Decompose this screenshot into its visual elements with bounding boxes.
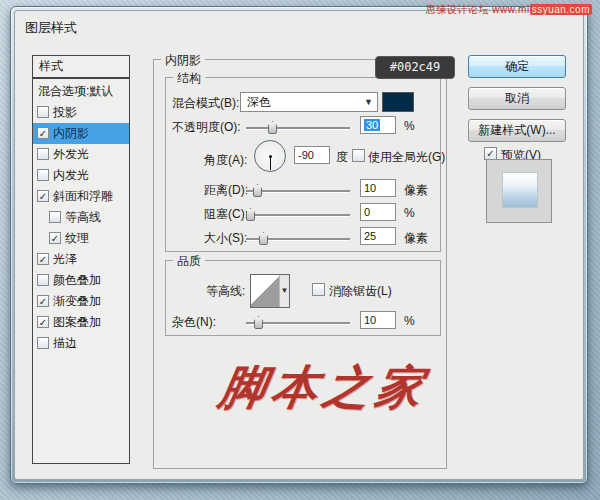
site-watermark-url-highlight: ssyuan.com	[530, 4, 592, 15]
size-slider[interactable]	[246, 238, 350, 241]
quality-group-title: 品质	[173, 253, 205, 270]
distance-slider-thumb[interactable]	[253, 184, 262, 197]
sidebar-item-7[interactable]: ✓纹理	[33, 228, 129, 249]
size-unit: 像素	[404, 230, 428, 247]
chevron-down-icon: ▼	[279, 275, 289, 307]
sidebar-item-3[interactable]: 外发光	[33, 144, 129, 165]
sidebar-item-label: 纹理	[65, 231, 89, 245]
choke-label: 阻塞(C):	[204, 206, 248, 223]
styles-header: 样式	[32, 55, 130, 78]
site-watermark-name: 思缘设计论坛	[426, 4, 489, 15]
effect-checkbox[interactable]	[37, 337, 49, 349]
sidebar-item-5[interactable]: ✓斜面和浮雕	[33, 186, 129, 207]
opacity-slider[interactable]	[246, 127, 350, 130]
effect-checkbox[interactable]	[37, 169, 49, 181]
distance-value: 10	[364, 182, 376, 194]
sidebar-item-label: 渐变叠加	[53, 294, 101, 308]
choke-unit: %	[404, 206, 415, 220]
effect-checkbox[interactable]	[37, 106, 49, 118]
color-value-tooltip: #002c49	[375, 56, 455, 79]
opacity-value: 30	[364, 119, 380, 131]
chevron-down-icon: ▼	[364, 93, 373, 111]
site-watermark: 思缘设计论坛 www.missyuan.com	[426, 3, 592, 17]
sidebar-item-label: 投影	[53, 105, 77, 119]
shadow-color-swatch[interactable]	[382, 92, 414, 112]
global-light-label: 使用全局光(G)	[368, 149, 445, 166]
distance-slider[interactable]	[246, 190, 350, 193]
choke-slider[interactable]	[246, 214, 350, 217]
cancel-button[interactable]: 取消	[468, 87, 566, 110]
effect-checkbox[interactable]: ✓	[37, 295, 49, 307]
sidebar-item-label: 光泽	[53, 252, 77, 266]
distance-field[interactable]: 10	[360, 179, 396, 197]
sidebar-item-label: 描边	[53, 336, 77, 350]
sidebar-item-1[interactable]: 投影	[33, 102, 129, 123]
desktop: 思缘设计论坛 www.missyuan.com 图层样式 样式 混合选项:默认投…	[0, 0, 600, 500]
effect-checkbox[interactable]: ✓	[37, 253, 49, 265]
dialog-content: 图层样式 样式 混合选项:默认投影✓内阴影外发光内发光✓斜面和浮雕等高线✓纹理✓…	[14, 10, 584, 480]
noise-value: 10	[364, 314, 376, 326]
global-light-checkbox[interactable]	[352, 149, 365, 162]
script-home-watermark: 脚本之家	[215, 357, 434, 419]
site-watermark-url: www.mi	[492, 4, 529, 15]
sidebar-item-12[interactable]: 描边	[33, 333, 129, 354]
sidebar-item-2[interactable]: ✓内阴影	[33, 123, 129, 144]
angle-value: -90	[298, 149, 314, 161]
sidebar-item-label: 外发光	[53, 147, 89, 161]
size-field[interactable]: 25	[360, 227, 396, 245]
effect-checkbox[interactable]	[37, 148, 49, 160]
effect-checkbox[interactable]: ✓	[37, 190, 49, 202]
distance-label: 距离(D):	[204, 182, 248, 199]
inner-shadow-panel-title: 内阴影	[161, 52, 205, 69]
opacity-slider-thumb[interactable]	[268, 121, 277, 134]
style-preview-thumbnail	[502, 172, 538, 208]
antialias-label: 消除锯齿(L)	[329, 283, 392, 300]
blend-mode-label: 混合模式(B):	[172, 95, 239, 112]
sidebar-item-10[interactable]: ✓渐变叠加	[33, 291, 129, 312]
dialog-title: 图层样式	[25, 19, 77, 37]
angle-dial[interactable]	[254, 140, 286, 172]
sidebar-item-label: 斜面和浮雕	[53, 189, 113, 203]
blend-mode-value: 深色	[247, 95, 271, 109]
angle-unit: 度	[336, 149, 348, 166]
contour-label: 等高线:	[206, 283, 245, 300]
sidebar-item-6[interactable]: 等高线	[33, 207, 129, 228]
layer-style-dialog: 图层样式 样式 混合选项:默认投影✓内阴影外发光内发光✓斜面和浮雕等高线✓纹理✓…	[10, 6, 588, 484]
blend-mode-dropdown[interactable]: 深色 ▼	[240, 92, 378, 112]
angle-field[interactable]: -90	[294, 146, 330, 164]
noise-field[interactable]: 10	[360, 311, 396, 329]
sidebar-item-4[interactable]: 内发光	[33, 165, 129, 186]
opacity-field[interactable]: 30	[360, 116, 396, 134]
angle-label: 角度(A):	[204, 152, 247, 169]
choke-field[interactable]: 0	[360, 203, 396, 221]
noise-label: 杂色(N):	[172, 314, 216, 331]
size-slider-thumb[interactable]	[259, 232, 268, 245]
effect-checkbox[interactable]: ✓	[49, 232, 61, 244]
distance-unit: 像素	[404, 182, 428, 199]
noise-slider-thumb[interactable]	[254, 316, 263, 329]
effect-checkbox[interactable]: ✓	[37, 316, 49, 328]
opacity-label: 不透明度(O):	[172, 119, 241, 136]
new-style-button[interactable]: 新建样式(W)...	[468, 119, 566, 142]
effect-checkbox[interactable]	[49, 211, 61, 223]
sidebar-item-0[interactable]: 混合选项:默认	[33, 81, 129, 102]
size-label: 大小(S):	[204, 230, 247, 247]
structure-group-title: 结构	[173, 70, 205, 87]
noise-unit: %	[404, 314, 415, 328]
effect-checkbox[interactable]	[37, 274, 49, 286]
style-effects-list[interactable]: 混合选项:默认投影✓内阴影外发光内发光✓斜面和浮雕等高线✓纹理✓光泽颜色叠加✓渐…	[32, 78, 130, 464]
sidebar-item-11[interactable]: ✓图案叠加	[33, 312, 129, 333]
effect-checkbox[interactable]: ✓	[37, 127, 49, 139]
sidebar-item-8[interactable]: ✓光泽	[33, 249, 129, 270]
sidebar-item-label: 内发光	[53, 168, 89, 182]
choke-value: 0	[364, 206, 370, 218]
sidebar-item-label: 图案叠加	[53, 315, 101, 329]
contour-picker[interactable]: ▼	[250, 274, 290, 308]
contour-thumbnail	[251, 275, 279, 307]
ok-button[interactable]: 确定	[468, 55, 566, 78]
sidebar-item-label: 颜色叠加	[53, 273, 101, 287]
sidebar-item-9[interactable]: 颜色叠加	[33, 270, 129, 291]
sidebar-item-label: 内阴影	[53, 126, 89, 140]
noise-slider[interactable]	[246, 322, 350, 325]
antialias-checkbox[interactable]	[312, 283, 325, 296]
